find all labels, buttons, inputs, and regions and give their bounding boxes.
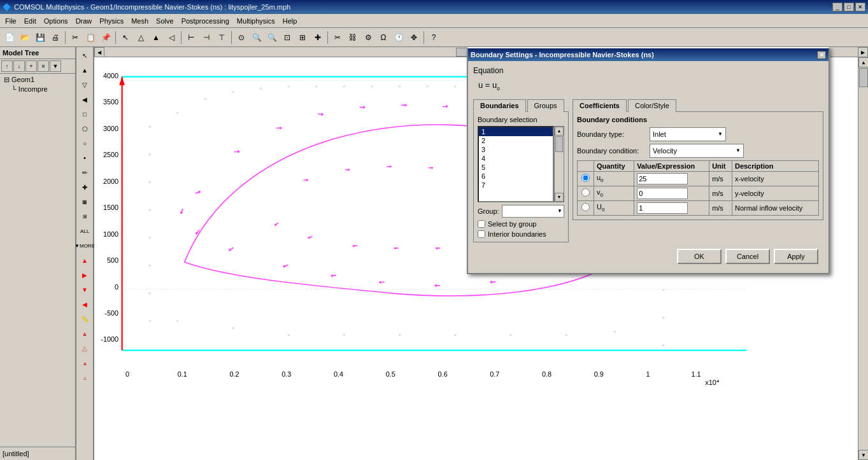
- ok-button[interactable]: OK: [677, 249, 722, 264]
- tab-color-style[interactable]: Color/Style: [628, 99, 676, 112]
- save-button[interactable]: 💾: [33, 31, 47, 45]
- boundary-item-3[interactable]: 3: [479, 145, 553, 154]
- zoom-in[interactable]: 🔍: [250, 31, 264, 45]
- radio-U0[interactable]: [581, 203, 590, 211]
- icon-ruler[interactable]: 📏: [78, 312, 92, 326]
- copy-button[interactable]: 📋: [83, 31, 97, 45]
- list-scroll-down[interactable]: ▼: [555, 193, 564, 202]
- menu-solve[interactable]: Solve: [152, 16, 178, 26]
- print-button[interactable]: 🖨: [48, 31, 62, 45]
- icon-triangle-red4[interactable]: ◀: [78, 297, 92, 311]
- menu-mesh[interactable]: Mesh: [127, 16, 152, 26]
- zoom-fit[interactable]: ⊡: [280, 31, 294, 45]
- mt-btn-down[interactable]: ↓: [13, 60, 25, 72]
- tree-item-incompre[interactable]: └ Incompre: [1, 85, 74, 94]
- icon-mountain3[interactable]: ▴: [78, 356, 92, 370]
- mt-btn-expand[interactable]: +: [25, 60, 37, 72]
- zoom-out[interactable]: 🔍: [265, 31, 279, 45]
- icon-more[interactable]: ▼MORE: [78, 239, 92, 253]
- icon-cross[interactable]: ✚: [78, 180, 92, 194]
- tree-item-geom1[interactable]: ⊟ Geom1: [1, 75, 74, 85]
- close-button[interactable]: ✕: [855, 3, 865, 11]
- group-combo[interactable]: ▼: [502, 205, 564, 218]
- icon-pentagon[interactable]: ⬠: [78, 122, 92, 136]
- triangle3-tool[interactable]: ◁: [164, 31, 178, 45]
- icon-triangle-up[interactable]: ▲: [78, 63, 92, 77]
- boundary-item-7[interactable]: 7: [479, 181, 553, 190]
- tool2[interactable]: ⊣: [199, 31, 213, 45]
- mt-btn-up[interactable]: ↑: [1, 60, 13, 72]
- apply-button[interactable]: Apply: [774, 249, 818, 264]
- v-scrollbar-right[interactable]: ▲ ▼: [858, 57, 868, 460]
- value-v0[interactable]: [637, 188, 688, 199]
- icon-circle[interactable]: ○: [78, 136, 92, 150]
- boundary-item-4[interactable]: 4: [479, 154, 553, 163]
- boundary-listbox-scrollbar[interactable]: ▲ ▼: [554, 126, 564, 202]
- cut-button[interactable]: ✂: [68, 31, 82, 45]
- value-u0[interactable]: [637, 173, 688, 185]
- menu-help[interactable]: Help: [279, 16, 301, 26]
- menu-edit[interactable]: Edit: [20, 16, 40, 26]
- omega-tool[interactable]: Ω: [376, 31, 390, 45]
- icon-select[interactable]: ↖: [78, 48, 92, 62]
- icon-all[interactable]: ALL: [78, 224, 92, 238]
- radio-u0[interactable]: [581, 174, 590, 182]
- menu-multiphysics[interactable]: Multiphysics: [233, 16, 279, 26]
- tool3[interactable]: ⊤: [215, 31, 229, 45]
- icon-square[interactable]: □: [78, 107, 92, 121]
- clock-tool[interactable]: 🕐: [392, 31, 406, 45]
- scissors-tool[interactable]: ✂: [331, 31, 345, 45]
- icon-mountain4[interactable]: ▵: [78, 370, 92, 384]
- icon-triangle-red2[interactable]: ▶: [78, 268, 92, 282]
- paste-button[interactable]: 📌: [99, 31, 113, 45]
- tool1[interactable]: ⊢: [184, 31, 198, 45]
- cancel-button[interactable]: Cancel: [725, 249, 770, 264]
- boundary-condition-combo[interactable]: Velocity ▼: [650, 144, 744, 158]
- icon-triangle-fill[interactable]: ◀: [78, 92, 92, 106]
- radio-v0[interactable]: [581, 188, 590, 197]
- tab-boundaries[interactable]: Boundaries: [473, 99, 526, 112]
- open-button[interactable]: 📂: [18, 31, 32, 45]
- new-button[interactable]: 📄: [3, 31, 17, 45]
- menu-file[interactable]: File: [1, 16, 20, 26]
- triangle2-tool[interactable]: ▲: [149, 31, 163, 45]
- pointer-tool[interactable]: ↖: [118, 31, 132, 45]
- boundary-item-5[interactable]: 5: [479, 163, 553, 172]
- dialog-close-button[interactable]: ✕: [817, 51, 826, 59]
- boundary-listbox[interactable]: 1 2 3 4 5 6 7: [478, 126, 554, 202]
- menu-postprocessing[interactable]: Postprocessing: [178, 16, 233, 26]
- menu-options[interactable]: Options: [40, 16, 72, 26]
- list-scroll-thumb[interactable]: [555, 136, 563, 152]
- mt-btn-more[interactable]: ▼: [50, 60, 61, 72]
- boundary-item-1[interactable]: 1: [479, 127, 553, 136]
- title-bar-controls[interactable]: _ □ ✕: [832, 3, 865, 11]
- minimize-button[interactable]: _: [832, 3, 843, 11]
- circle-tool[interactable]: ⊙: [234, 31, 248, 45]
- icon-triangle-red1[interactable]: ▲: [78, 253, 92, 267]
- icon-pencil[interactable]: ✏: [78, 165, 92, 179]
- icon-triangle-down[interactable]: ▽: [78, 78, 92, 92]
- tab-groups[interactable]: Groups: [527, 99, 564, 112]
- dialog-title-buttons[interactable]: ✕: [817, 51, 826, 59]
- vscroll-thumb[interactable]: [859, 68, 868, 87]
- move-tool[interactable]: ✥: [407, 31, 421, 45]
- zoom-select[interactable]: ⊞: [295, 31, 309, 45]
- icon-mountain1[interactable]: ▲: [78, 326, 92, 340]
- boundary-item-2[interactable]: 2: [479, 136, 553, 145]
- boundary-type-combo[interactable]: Inlet ▼: [650, 127, 726, 141]
- select-by-group-checkbox[interactable]: [478, 220, 485, 228]
- triangle1-tool[interactable]: △: [134, 31, 148, 45]
- menu-physics[interactable]: Physics: [96, 16, 127, 26]
- hscroll-right[interactable]: ▶: [858, 47, 868, 57]
- chain-tool[interactable]: ⛓: [346, 31, 360, 45]
- value-U0[interactable]: [637, 202, 688, 214]
- gear-tool[interactable]: ⚙: [361, 31, 375, 45]
- mt-btn-all[interactable]: ≡: [38, 60, 49, 72]
- icon-dot[interactable]: •: [78, 151, 92, 165]
- interior-boundaries-checkbox[interactable]: [478, 230, 485, 238]
- icon-mesh1[interactable]: ▦: [78, 195, 92, 209]
- icon-triangle-red3[interactable]: ▼: [78, 282, 92, 296]
- vscroll-down[interactable]: ▼: [858, 450, 868, 460]
- boundary-item-6[interactable]: 6: [479, 172, 553, 181]
- tab-coefficients[interactable]: Coefficients: [573, 99, 627, 112]
